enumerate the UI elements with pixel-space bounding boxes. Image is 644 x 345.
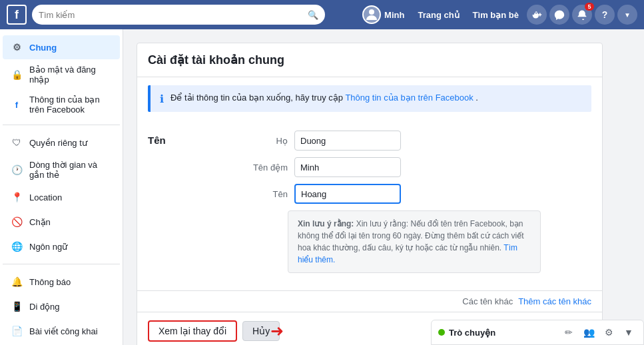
page-title: Cài đặt tài khoản chung xyxy=(137,43,602,77)
last-name-row: Họ xyxy=(241,131,591,151)
chat-label: Trò chuyện xyxy=(449,328,557,338)
review-changes-button[interactable]: Xem lại thay đổi xyxy=(148,320,237,342)
name-change-warning: Xin lưu ý rằng: Xin lưu ý rằng: Nếu đổi … xyxy=(288,210,541,273)
avatar xyxy=(362,5,381,24)
first-name-label: Tên xyxy=(241,189,288,199)
other-names-row: Các tên khác Thêm các tên khác xyxy=(137,291,602,312)
last-name-label: Họ xyxy=(241,136,288,146)
name-fields-grid: Họ Tên đệm Tên xyxy=(241,131,591,204)
settings-card: Cài đặt tài khoản chung ℹ Để tải thông t… xyxy=(137,43,603,345)
sidebar-item-chung-label: Chung xyxy=(29,43,57,53)
sidebar-item-dong-thoi-gian[interactable]: 🕐 Dòng thời gian và gắn thẻ xyxy=(3,155,120,184)
chat-status-dot xyxy=(438,329,445,336)
sidebar-section-3: 🔔 Thông báo 📱 Di động 📄 Bài viết công kh… xyxy=(0,270,123,343)
warning-title: Xin lưu ý rằng: xyxy=(298,219,354,228)
sidebar-divider-2 xyxy=(3,264,120,264)
sidebar-item-di-dong-label: Di động xyxy=(29,302,60,312)
sidebar-item-thong-bao[interactable]: 🔔 Thông báo xyxy=(3,270,120,294)
sidebar-item-thong-tin[interactable]: f Thông tin của bạn trên Facebook xyxy=(3,90,120,119)
settings-sidebar: ⚙ Chung 🔒 Bảo mật và đăng nhập f Thông t… xyxy=(0,29,123,345)
sidebar-item-dong-thoi-gian-label: Dòng thời gian và gắn thẻ xyxy=(29,160,113,180)
chevron-down-icon: ▼ xyxy=(624,327,633,338)
messenger-button[interactable] xyxy=(549,5,569,25)
bell-icon: 🔔 xyxy=(9,274,24,289)
facebook-small-icon: f xyxy=(9,97,24,112)
nav-right-section: Minh Trang chủ Tìm bạn bè 5 ? ▼ xyxy=(357,3,637,27)
main-content: Cài đặt tài khoản chung ℹ Để tải thông t… xyxy=(123,29,644,345)
name-section: Tên Họ Tên đệm Tên xyxy=(137,120,602,291)
search-bar[interactable]: 🔍 xyxy=(32,5,325,25)
sidebar-divider-1 xyxy=(3,125,120,125)
middle-name-row: Tên đệm xyxy=(241,157,591,177)
nav-find-friends-link[interactable]: Tìm bạn bè xyxy=(468,7,524,23)
first-name-row: Tên xyxy=(241,184,591,204)
chevron-down-icon: ▼ xyxy=(624,11,631,19)
compose-icon: ✏ xyxy=(565,327,573,338)
info-icon: ℹ xyxy=(160,93,164,105)
sidebar-item-quyen-rieng-tu[interactable]: 🛡 Quyền riêng tư xyxy=(3,131,120,155)
middle-name-input[interactable] xyxy=(294,157,401,177)
mobile-icon: 📱 xyxy=(9,299,24,314)
other-names-label: Các tên khác xyxy=(462,296,513,306)
chat-compose-button[interactable]: ✏ xyxy=(561,324,577,340)
sidebar-item-quyen-rieng-tu-label: Quyền riêng tư xyxy=(29,138,87,148)
sidebar-section-2: 🛡 Quyền riêng tư 🕐 Dòng thời gian và gắn… xyxy=(0,131,123,258)
middle-name-label: Tên đệm xyxy=(241,163,288,172)
notification-badge: 5 xyxy=(585,3,594,11)
info-box-text: Để tải thông tin của bạn xuống, hãy truy… xyxy=(170,92,478,104)
settings-icon: ⚙ xyxy=(605,327,613,338)
name-section-header: Tên xyxy=(148,131,214,146)
sidebar-item-bai-viet-label: Bài viết công khai xyxy=(29,326,98,336)
sidebar-item-di-dong[interactable]: 📱 Di động xyxy=(3,294,120,318)
post-icon: 📄 xyxy=(9,324,24,338)
svg-point-0 xyxy=(369,9,374,15)
sidebar-section-1: ⚙ Chung 🔒 Bảo mật và đăng nhập f Thông t… xyxy=(0,35,123,119)
add-other-names-link[interactable]: Thêm các tên khác xyxy=(518,296,591,306)
shield-icon: 🛡 xyxy=(9,135,24,150)
sidebar-item-location-label: Location xyxy=(29,192,62,202)
notifications-button[interactable]: 5 xyxy=(572,5,592,25)
first-name-input[interactable] xyxy=(294,184,401,204)
sidebar-item-ngon-ngu-label: Ngôn ngữ xyxy=(29,242,67,252)
chat-contacts-button[interactable]: 👥 xyxy=(581,324,597,340)
question-icon: ? xyxy=(602,9,608,20)
lock-icon: 🔒 xyxy=(9,67,24,82)
chat-bar: Trò chuyện ✏ 👥 ⚙ ▼ xyxy=(431,320,644,345)
contacts-icon: 👥 xyxy=(583,327,595,338)
arrow-indicator: ➜ xyxy=(270,322,284,340)
language-icon: 🌐 xyxy=(9,239,24,254)
sidebar-item-chung[interactable]: ⚙ Chung xyxy=(3,35,120,59)
last-name-input[interactable] xyxy=(294,131,401,151)
sidebar-item-bao-mat-label: Bảo mật và đăng nhập xyxy=(29,65,113,85)
sidebar-item-bai-viet[interactable]: 📄 Bài viết công khai xyxy=(3,319,120,343)
info-box: ℹ Để tải thông tin của bạn xuống, hãy tr… xyxy=(148,85,591,112)
nav-user-profile[interactable]: Minh xyxy=(357,3,410,27)
block-icon: 🚫 xyxy=(9,214,24,229)
sidebar-item-thong-bao-label: Thông báo xyxy=(29,277,71,287)
nav-home-link[interactable]: Trang chủ xyxy=(412,7,464,23)
sidebar-item-location[interactable]: 📍 Location xyxy=(3,185,120,209)
page-container: ⚙ Chung 🔒 Bảo mật và đăng nhập f Thông t… xyxy=(0,29,644,345)
nav-username: Minh xyxy=(384,10,404,20)
sidebar-item-chan-label: Chặn xyxy=(29,217,51,227)
sidebar-item-chan[interactable]: 🚫 Chặn xyxy=(3,210,120,234)
sidebar-item-ngon-ngu[interactable]: 🌐 Ngôn ngữ xyxy=(3,234,120,258)
search-icon: 🔍 xyxy=(308,10,318,20)
top-navigation: f 🔍 Minh Trang chủ Tìm bạn bè 5 ? ▼ xyxy=(0,0,644,29)
account-menu-button[interactable]: ▼ xyxy=(617,5,637,25)
facebook-logo: f xyxy=(7,5,27,25)
sidebar-item-bao-mat[interactable]: 🔒 Bảo mật và đăng nhập xyxy=(3,60,120,89)
sidebar-item-thong-tin-label: Thông tin của bạn trên Facebook xyxy=(29,95,113,115)
info-box-link[interactable]: Thông tin của bạn trên Facebook xyxy=(345,93,473,103)
chat-collapse-button[interactable]: ▼ xyxy=(621,324,637,340)
gear-icon: ⚙ xyxy=(9,40,24,55)
location-icon: 📍 xyxy=(9,190,24,204)
clock-icon: 🕐 xyxy=(9,163,24,177)
friend-requests-button[interactable] xyxy=(527,5,547,25)
chat-settings-button[interactable]: ⚙ xyxy=(601,324,617,340)
search-input[interactable] xyxy=(39,10,304,20)
help-button[interactable]: ? xyxy=(595,5,615,25)
